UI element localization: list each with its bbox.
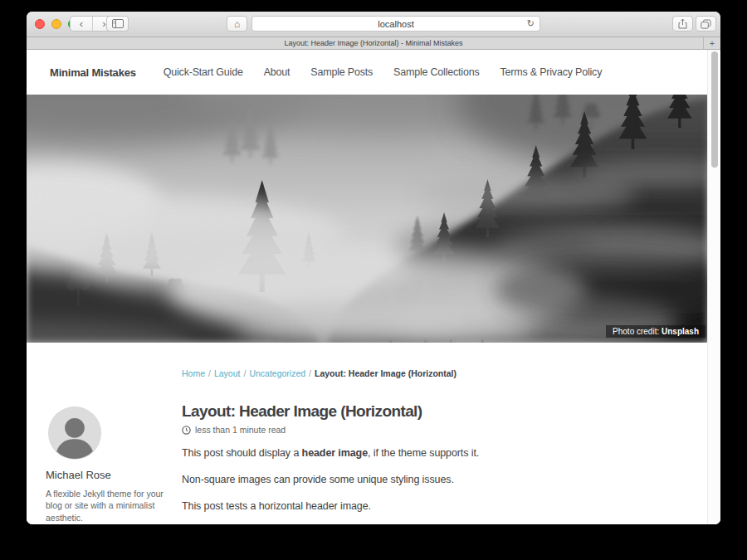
post-paragraph: Non-square images can provide some uniqu… [182,473,687,487]
post-title: Layout: Header Image (Horizontal) [182,402,687,421]
post-article: Layout: Header Image (Horizontal) less t… [182,402,720,524]
share-icon [678,18,687,29]
breadcrumb-uncategorized[interactable]: Uncategorized [249,368,305,378]
author-sidebar: Michael Rose A flexible Jekyll theme for… [46,402,182,524]
close-window-button[interactable] [35,19,45,29]
paragraph-text: , if the theme supports it. [368,447,479,459]
photo-credit-prefix: Photo credit: [613,327,662,336]
clock-icon [182,426,191,435]
site-title[interactable]: Minimal Mistakes [50,66,136,79]
nav-terms-privacy[interactable]: Terms & Privacy Policy [500,66,602,78]
breadcrumb-current: Layout: Header Image (Horizontal) [315,368,456,378]
home-button[interactable]: ⌂ [227,16,247,32]
scrollbar-track[interactable] [707,50,720,524]
sidebar-icon [112,19,124,28]
share-button[interactable] [672,16,693,32]
breadcrumb-home[interactable]: Home [182,368,205,378]
browser-window: ‹ › ⌂ localhost ↻ [27,12,720,524]
reload-icon[interactable]: ↻ [527,18,535,29]
nav-quick-start-guide[interactable]: Quick-Start Guide [164,66,243,78]
site-masthead: Minimal Mistakes Quick-Start Guide About… [27,50,720,95]
site-nav: Quick-Start Guide About Sample Posts Sam… [164,66,602,78]
desktop-background: ‹ › ⌂ localhost ↻ [0,0,747,560]
nav-about[interactable]: About [264,66,290,78]
post-paragraph: This post should display a header image,… [182,446,687,460]
page-viewport: Minimal Mistakes Quick-Start Guide About… [27,50,720,524]
nav-sample-posts[interactable]: Sample Posts [310,66,373,78]
tab-title: Layout: Header Image (Horizontal) - Mini… [284,39,462,47]
author-name: Michael Rose [46,469,182,481]
home-icon: ⌂ [234,18,240,30]
post-meta: less than 1 minute read [182,425,687,435]
breadcrumb-separator: / [243,368,246,378]
foggy-forest-photo [27,95,708,343]
read-time: less than 1 minute read [195,425,286,435]
avatar [49,407,100,459]
sidebar-toggle-button[interactable] [106,16,129,32]
paragraph-bold-text: header image [302,447,368,459]
address-bar[interactable]: localhost ↻ [251,16,540,32]
person-silhouette-icon [49,407,100,459]
tabs-icon [701,19,711,29]
active-tab[interactable]: Layout: Header Image (Horizontal) - Mini… [27,37,720,49]
new-tab-button[interactable]: + [703,37,720,49]
post-paragraph: This post tests a horizontal header imag… [182,499,687,514]
paragraph-text: This post should display a [182,447,302,459]
breadcrumb: Home/Layout/Uncategorized/Layout: Header… [182,368,720,378]
photo-credit: Photo credit: Unsplash [606,325,706,338]
breadcrumb-layout[interactable]: Layout [214,368,241,378]
content-row: Michael Rose A flexible Jekyll theme for… [27,402,720,524]
back-button[interactable]: ‹ [71,17,93,31]
scrollbar-thumb[interactable] [711,51,718,168]
nav-sample-collections[interactable]: Sample Collections [393,66,479,78]
tab-overview-button[interactable] [696,16,716,32]
breadcrumb-separator: / [309,368,311,378]
minimize-window-button[interactable] [51,19,61,29]
author-bio: A flexible Jekyll theme for your blog or… [46,488,172,524]
tab-bar: Layout: Header Image (Horizontal) - Mini… [27,37,720,50]
breadcrumb-separator: / [208,368,211,378]
header-image: Photo credit: Unsplash [27,95,708,343]
photo-credit-source: Unsplash [662,327,699,336]
browser-toolbar: ‹ › ⌂ localhost ↻ [27,12,720,37]
url-text: localhost [378,19,413,29]
